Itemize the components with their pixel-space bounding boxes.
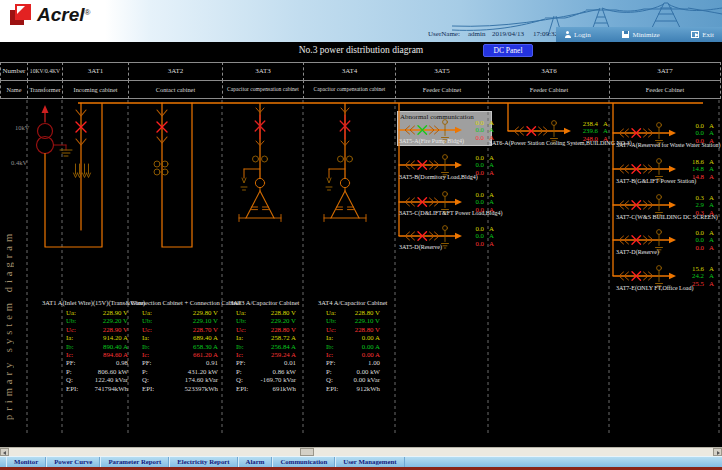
measurement-box-3at3: Ua:228.80 V Ub:229.20 V Uc:228.80 V Ia:2… (236, 309, 296, 393)
app-header: Acrel® UserName: admin 2019/04/13 17:09:… (0, 0, 722, 42)
taskbar-button-power-curve[interactable]: Power Curve (46, 457, 100, 467)
current-unit: A (603, 127, 610, 134)
metric-value: 890.40 A (103, 343, 128, 351)
measurement-box-3at4: Ua:228.80 V Ub:229.10 V Uc:228.80 V Ia:0… (326, 309, 380, 393)
metric-label: EPI: (142, 385, 154, 393)
metric-value: 0.00 kVar (354, 376, 380, 384)
page-title: No.3 power distribution diagram (0, 45, 722, 55)
metric-label: Ub: (142, 317, 152, 325)
taskbar-button-user-management[interactable]: User Management (335, 457, 404, 467)
acrel-logo: Acrel® (10, 4, 90, 26)
current-value: 15.6 (684, 265, 704, 272)
current-unit: A (489, 119, 496, 126)
taskbar-button-electricity-report[interactable]: Electricity Report (169, 457, 237, 467)
metric-value: 0.01 (284, 359, 296, 367)
current-unit: A (709, 194, 716, 201)
grid-name-3at6: Feeder Cabinet (488, 80, 609, 99)
current-unit: A (489, 154, 496, 161)
login-button[interactable]: Login (564, 31, 591, 39)
exit-icon (691, 31, 699, 38)
current-unit: A (709, 280, 716, 287)
current-unit: A (709, 265, 716, 272)
box-title-3at3: 3AT3 A/Capacitor Cabinet (230, 299, 299, 306)
metric-value: 0.86 kW (273, 368, 296, 376)
current-unit: A (709, 244, 716, 251)
current-unit: A (709, 165, 716, 172)
metric-label: Ia: (142, 334, 149, 342)
current-value: 0.0 (684, 122, 704, 129)
metric-label: Ic: (142, 351, 149, 359)
taskbar: Monitor Power Curve Parameter Report Ele… (0, 456, 722, 467)
username-value: admin (468, 30, 486, 38)
incoming-feeder-3at1[interactable] (74, 103, 91, 230)
exit-button[interactable]: Exit (691, 31, 714, 39)
capacitor-feeder-3at3[interactable] (239, 104, 281, 222)
metric-value: 228.80 V (271, 309, 296, 317)
grid-name-transformer: Transformer (27, 80, 62, 99)
readout-3at7-d: 0.0A 0.0A 0.0A (678, 229, 716, 251)
current-value: 0.0 (464, 154, 484, 161)
grid-name-3at1: Incoming cabinet (62, 80, 128, 99)
metric-value: 229.10 V (193, 317, 218, 325)
current-value: 0.0 (464, 126, 484, 133)
metric-label: Ua: (236, 309, 246, 317)
grid-header-3at4: 3AT4 (303, 62, 395, 81)
metric-label: Ic: (326, 351, 333, 359)
metric-label: Uc: (66, 326, 76, 334)
metric-label: Ib: (66, 343, 74, 351)
feeder-label-3at7-a: 3AT7-A(Reserved for Waste Water Station) (616, 142, 720, 148)
taskbar-button-monitor[interactable]: Monitor (6, 457, 46, 467)
readout-3at7-b: 18.6A 14.8A 14.8A (678, 158, 716, 180)
current-value: 0.0 (464, 134, 484, 141)
metric-value: 661.20 A (193, 351, 218, 359)
measurement-box-3at1: Ua:228.90 V Ub:229.20 V Uc:228.90 V Ia:9… (66, 309, 128, 393)
scroll-left-button[interactable] (0, 448, 9, 456)
current-unit: A (709, 229, 716, 236)
current-value: 18.6 (684, 158, 704, 165)
header-button-band: Login Minimize Exit (556, 27, 722, 42)
current-unit: A (489, 191, 496, 198)
current-value: 24.2 (684, 272, 704, 279)
metric-value: 1.00 (368, 359, 380, 367)
current-unit: A (489, 225, 496, 232)
tie-loop-3at2[interactable] (154, 103, 192, 247)
hv-voltage-label: 10kV (15, 124, 29, 131)
scroll-right-button[interactable] (713, 448, 722, 456)
metric-value: 0.00 A (362, 334, 380, 342)
metric-value: 0.00 kW (357, 368, 380, 376)
scrollbar-thumb[interactable] (300, 448, 314, 456)
metric-value: 228.90 V (103, 309, 128, 317)
exit-label: Exit (702, 31, 714, 39)
current-value: 239.6 (578, 127, 598, 134)
transformer-symbol[interactable] (37, 104, 103, 248)
minimize-button[interactable]: Minimize (622, 31, 659, 39)
metric-value: 122.40 kVar (95, 376, 128, 384)
grid-header-3at1: 3AT1 (62, 62, 128, 81)
person-icon (564, 31, 571, 38)
taskbar-button-alarm[interactable]: Alarm (238, 457, 273, 467)
metric-label: Uc: (236, 326, 246, 334)
metric-value: 228.80 V (271, 326, 296, 334)
title-bar: No.3 power distribution diagram DC Panel (0, 42, 722, 60)
metric-label: Uc: (326, 326, 336, 334)
metric-value: 228.80 V (355, 326, 380, 334)
grid-header-3at3: 3AT3 (222, 62, 303, 81)
current-unit: A (603, 120, 610, 127)
capacitor-feeder-3at4[interactable] (324, 104, 366, 222)
feeder-label-3at6-a: 3AT6-A(Power Station Cooling System,BUIL… (489, 140, 632, 146)
taskbar-button-parameter-report[interactable]: Parameter Report (100, 457, 169, 467)
dc-panel-button[interactable]: DC Panel (483, 44, 533, 57)
metric-label: Ib: (236, 343, 244, 351)
taskbar-button-communication[interactable]: Communication (272, 457, 335, 467)
current-unit: A (489, 161, 496, 168)
current-value: 2.9 (684, 201, 704, 208)
metric-label: EPI: (66, 385, 78, 393)
metric-label: Ub: (326, 317, 336, 325)
readout-3at5-b: 0.0A 0.0A 0.0A (464, 154, 496, 176)
horizontal-scrollbar[interactable] (0, 447, 722, 456)
current-value: 0.0 (464, 240, 484, 247)
readout-3at7-c: 0.3A 2.9A 0.3A (678, 194, 716, 216)
metric-value: 229.20 V (271, 317, 296, 325)
metric-value: 689.40 A (193, 334, 218, 342)
current-value: 0.0 (464, 161, 484, 168)
